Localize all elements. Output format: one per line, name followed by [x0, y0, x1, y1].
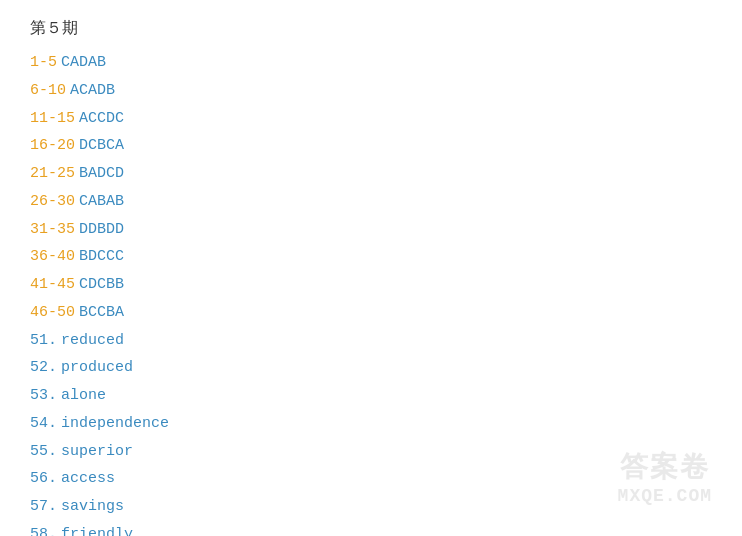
answers-text: ACADB: [70, 82, 115, 99]
page-title: 第５期: [30, 18, 712, 39]
answers-text: BCCBA: [79, 304, 124, 321]
item-word: independence: [61, 415, 169, 432]
item-number: 53.: [30, 387, 57, 404]
answers-text: CDCBB: [79, 276, 124, 293]
range-label: 36-40: [30, 248, 75, 265]
item-word: access: [61, 470, 115, 487]
range-label: 26-30: [30, 193, 75, 210]
answer-group-row: 36-40BDCCC: [30, 243, 712, 271]
item-number: 58.: [30, 526, 57, 536]
word-answer-row: 51.reduced: [30, 327, 712, 355]
range-label: 6-10: [30, 82, 66, 99]
item-number: 55.: [30, 443, 57, 460]
answers-text: CABAB: [79, 193, 124, 210]
answers-text: BADCD: [79, 165, 124, 182]
range-label: 46-50: [30, 304, 75, 321]
item-number: 51.: [30, 332, 57, 349]
word-answer-row: 57.savings: [30, 493, 712, 521]
range-label: 21-25: [30, 165, 75, 182]
answers-text: DDBDD: [79, 221, 124, 238]
answers-text: CADAB: [61, 54, 106, 71]
answers-text: ACCDC: [79, 110, 124, 127]
item-number: 52.: [30, 359, 57, 376]
item-word: friendly: [61, 526, 133, 536]
range-label: 31-35: [30, 221, 75, 238]
answer-group-row: 6-10ACADB: [30, 77, 712, 105]
range-label: 16-20: [30, 137, 75, 154]
item-number: 57.: [30, 498, 57, 515]
answer-group-row: 11-15ACCDC: [30, 105, 712, 133]
main-content: 第５期 1-5CADAB6-10ACADB11-15ACCDC16-20DCBC…: [0, 0, 742, 536]
range-label: 11-15: [30, 110, 75, 127]
word-answer-row: 52.produced: [30, 354, 712, 382]
word-answer-row: 56.access: [30, 465, 712, 493]
item-number: 56.: [30, 470, 57, 487]
answer-group-row: 41-45CDCBB: [30, 271, 712, 299]
answer-group-row: 21-25BADCD: [30, 160, 712, 188]
answers-text: DCBCA: [79, 137, 124, 154]
answer-group-row: 31-35DDBDD: [30, 216, 712, 244]
answer-group-row: 26-30CABAB: [30, 188, 712, 216]
item-number: 54.: [30, 415, 57, 432]
answer-group-row: 1-5CADAB: [30, 49, 712, 77]
answer-group-row: 46-50BCCBA: [30, 299, 712, 327]
item-word: produced: [61, 359, 133, 376]
word-answer-row: 55.superior: [30, 438, 712, 466]
range-label: 41-45: [30, 276, 75, 293]
answers-text: BDCCC: [79, 248, 124, 265]
item-word: alone: [61, 387, 106, 404]
item-word: reduced: [61, 332, 124, 349]
item-word: savings: [61, 498, 124, 515]
word-answer-row: 54.independence: [30, 410, 712, 438]
word-answer-row: 58.friendly: [30, 521, 712, 536]
word-answers: 51.reduced52.produced53.alone54.independ…: [30, 327, 712, 537]
answer-groups: 1-5CADAB6-10ACADB11-15ACCDC16-20DCBCA21-…: [30, 49, 712, 327]
item-word: superior: [61, 443, 133, 460]
word-answer-row: 53.alone: [30, 382, 712, 410]
answer-group-row: 16-20DCBCA: [30, 132, 712, 160]
range-label: 1-5: [30, 54, 57, 71]
